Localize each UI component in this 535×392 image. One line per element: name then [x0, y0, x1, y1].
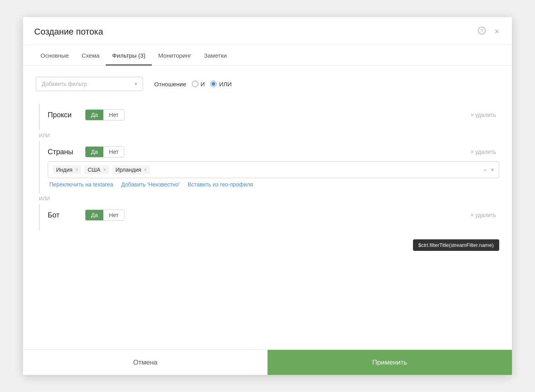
radio-and-label[interactable]: И: [192, 81, 205, 87]
modal-header: Создание потока ? ×: [23, 17, 512, 45]
filter-proxy-header: Прокси Да Нет × удалить: [48, 109, 499, 120]
radio-and[interactable]: [192, 81, 198, 87]
tab-monitoring[interactable]: Мониторинг: [152, 45, 198, 66]
filter-bot-name: Бот: [48, 211, 79, 219]
help-icon: ?: [478, 27, 486, 35]
bot-delete-btn[interactable]: × удалить: [471, 212, 499, 218]
filter-item-bot: Бот Да Нет × удалить: [39, 204, 499, 230]
filter-controls: Добавить фильтр ▾ Отношение И ИЛИ: [36, 77, 499, 91]
proxy-yes-btn[interactable]: Да: [85, 110, 103, 120]
tags-input-icons: × ▾: [483, 166, 494, 173]
tooltip-box: $ctrl.filterTitle(streamFilter.name): [413, 239, 500, 251]
radio-and-text: И: [201, 81, 205, 87]
proxy-delete-btn[interactable]: × удалить: [471, 112, 499, 118]
tag-ireland-remove[interactable]: ×: [144, 167, 147, 173]
insert-geo-link[interactable]: Вставить из гео-профиля: [188, 181, 253, 188]
filter-group-countries: Страны Да Нет × удалить Индия: [36, 141, 499, 204]
filter-countries-name: Страны: [48, 148, 79, 156]
filter-group-proxy: Прокси Да Нет × удалить ИЛИ: [36, 104, 499, 141]
tag-usa-remove[interactable]: ×: [103, 167, 106, 173]
tab-filtry[interactable]: Фильтры (3): [106, 45, 152, 66]
filter-item-countries: Страны Да Нет × удалить Индия: [39, 141, 499, 193]
tag-india-remove[interactable]: ×: [75, 167, 78, 173]
tag-ireland: Ирландия ×: [112, 165, 150, 174]
filter-proxy-name: Прокси: [48, 111, 79, 119]
filter-group-bot: Бот Да Нет × удалить $ctrl.filterTitle(s…: [36, 204, 499, 230]
tags-dropdown-icon[interactable]: ▾: [491, 166, 494, 173]
header-icons: ? ×: [476, 26, 501, 37]
proxy-toggle-group: Да Нет: [85, 109, 124, 120]
countries-delete-btn[interactable]: × удалить: [471, 149, 499, 155]
bot-delete-x: ×: [471, 212, 474, 218]
modal-title: Создание потока: [34, 27, 103, 37]
relation-label: Отношение: [154, 81, 186, 87]
filters-list: Прокси Да Нет × удалить ИЛИ: [36, 104, 499, 230]
bot-delete-label: удалить: [475, 212, 496, 218]
close-button[interactable]: ×: [493, 26, 501, 37]
countries-no-btn[interactable]: Нет: [103, 147, 124, 157]
bot-toggle-group: Да Нет: [85, 210, 124, 221]
countries-tags-input[interactable]: Индия × США × Ирландия × ×: [48, 161, 499, 178]
chevron-down-icon: ▾: [135, 81, 137, 87]
tabs-bar: Основные Схема Фильтры (3) Мониторинг За…: [23, 45, 512, 66]
tab-schema[interactable]: Схема: [75, 45, 106, 66]
radio-or-label[interactable]: ИЛИ: [210, 81, 231, 87]
tag-india: Индия ×: [53, 165, 81, 174]
bot-yes-btn[interactable]: Да: [85, 210, 103, 220]
or-label-1: ИЛИ: [36, 130, 499, 141]
modal: Создание потока ? × Основные Схема Фильт…: [23, 17, 512, 375]
proxy-delete-x: ×: [471, 112, 474, 118]
tag-usa-label: США: [87, 167, 100, 173]
tab-zametki[interactable]: Заметки: [198, 45, 233, 66]
relation-group: Отношение И ИЛИ: [154, 81, 232, 87]
close-icon: ×: [494, 27, 499, 36]
countries-toggle-group: Да Нет: [85, 146, 124, 157]
radio-or-text: ИЛИ: [219, 81, 231, 87]
proxy-delete-label: удалить: [475, 112, 496, 118]
radio-or[interactable]: [210, 81, 217, 87]
bot-no-btn[interactable]: Нет: [103, 210, 124, 220]
tags-actions: Переключить на textarea Добавить 'Неизве…: [48, 181, 499, 188]
filter-bot-header: Бот Да Нет × удалить: [48, 210, 499, 221]
apply-button[interactable]: Применить: [268, 350, 512, 375]
tag-ireland-label: Ирландия: [116, 167, 142, 173]
tag-india-label: Индия: [56, 167, 72, 173]
switch-textarea-link[interactable]: Переключить на textarea: [49, 181, 113, 188]
add-unknown-link[interactable]: Добавить 'Неизвестно': [121, 181, 180, 188]
countries-yes-btn[interactable]: Да: [85, 147, 103, 157]
svg-text:?: ?: [481, 28, 483, 34]
tooltip-text: $ctrl.filterTitle(streamFilter.name): [419, 242, 494, 248]
cancel-button[interactable]: Отмена: [23, 350, 268, 375]
add-filter-dropdown[interactable]: Добавить фильтр ▾: [36, 77, 143, 91]
filter-countries-header: Страны Да Нет × удалить: [48, 146, 499, 157]
countries-delete-label: удалить: [475, 149, 496, 155]
help-button[interactable]: ?: [476, 26, 487, 37]
modal-footer: Отмена Применить: [23, 349, 512, 375]
filter-item-proxy: Прокси Да Нет × удалить: [39, 104, 499, 130]
or-label-2: ИЛИ: [36, 193, 499, 204]
modal-body: Добавить фильтр ▾ Отношение И ИЛИ: [23, 66, 512, 349]
tab-osnovnye[interactable]: Основные: [34, 45, 75, 66]
add-filter-label: Добавить фильтр: [42, 81, 87, 87]
tags-clear-icon[interactable]: ×: [483, 167, 487, 173]
countries-delete-x: ×: [471, 149, 474, 155]
tag-usa: США ×: [84, 165, 109, 174]
proxy-no-btn[interactable]: Нет: [103, 110, 124, 120]
